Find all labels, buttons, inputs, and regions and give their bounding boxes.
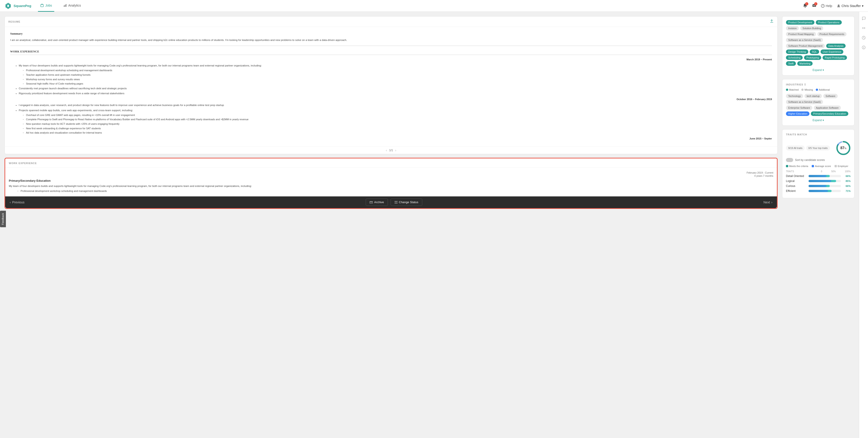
- industry-tag: Higher Education: [786, 112, 809, 116]
- svg-rect-14: [396, 201, 397, 202]
- skill-tag: Solution Building: [800, 26, 823, 31]
- svg-rect-4: [64, 5, 64, 7]
- messages-button[interactable]: !: [812, 3, 816, 8]
- list-item: Complete Phonegap to Swift and Phonegap …: [26, 118, 772, 122]
- archive-label: Archive: [374, 200, 384, 204]
- work-exp-company: Primary/Secondary Education: [9, 179, 773, 182]
- trait-percentage: 66%: [843, 175, 850, 178]
- traits-table-header: TRAITS 0 50% 100%: [786, 170, 850, 173]
- change-status-button[interactable]: Change Status: [391, 198, 422, 206]
- skill-tag: Software as a Service (SaaS): [786, 38, 823, 42]
- right-panel: Product DevelopmentProduct OperationsInv…: [782, 16, 855, 434]
- sidebar-right: [859, 12, 868, 438]
- notification-badge: !: [805, 2, 808, 5]
- resume-content: Summary I am an analytical, collaborativ…: [5, 27, 777, 147]
- jobs-icon: [40, 4, 44, 7]
- work-experience-card: WORK EXPERIENCE February 2019 - Current …: [4, 158, 778, 209]
- list-item: New question markup tools for ACT studen…: [26, 122, 772, 126]
- share-icon[interactable]: [862, 26, 866, 31]
- upload-icon[interactable]: [770, 19, 774, 24]
- action-bar: ‹ Previous Archive Change Status: [5, 196, 777, 208]
- all-traits-tab[interactable]: 9/19 All traits: [786, 146, 805, 151]
- trait-bar: [809, 180, 841, 182]
- trait-bar: [809, 185, 841, 187]
- trait-row: Efficient 71%: [786, 189, 850, 193]
- next-button[interactable]: Next ›: [764, 200, 772, 204]
- trait-label: Curious: [786, 184, 809, 188]
- industries-heading: INDUSTRIES ℹ: [786, 83, 850, 86]
- job1-sub-bullets: Professional development workshop schedu…: [18, 68, 772, 86]
- list-item: Rigorously prioritized feature developme…: [19, 91, 772, 95]
- resume-work-heading: Work Experience: [10, 50, 772, 55]
- job2-sub-bullets: Overhaul of core GRE and GMAT web app pa…: [18, 113, 772, 135]
- job3-date-partial: June 2015 – Septer: [10, 137, 772, 141]
- skill-tag: Product Development: [786, 20, 814, 25]
- top-traits-tab[interactable]: 0/5 Your top traits: [806, 146, 830, 151]
- work-exp-date: February 2019 - Current: [9, 171, 773, 174]
- info-icon[interactable]: [862, 45, 866, 51]
- trait-row: Logical 85%: [786, 180, 850, 183]
- main-content: RESUME Summary I am an analytical, colla…: [0, 12, 859, 438]
- industries-expand-button[interactable]: Expand ▾: [786, 119, 850, 122]
- employer-sq: [835, 165, 837, 167]
- nav-jobs[interactable]: Jobs: [38, 0, 54, 12]
- chevron-left-icon: ‹: [10, 200, 11, 204]
- work-experience-header: WORK EXPERIENCE: [5, 158, 777, 168]
- notifications-button[interactable]: !: [803, 3, 807, 8]
- job1-date: March 2019 – Present: [10, 58, 772, 62]
- chevron-down-icon: ▾: [823, 119, 824, 122]
- feedback-tab[interactable]: Feedback: [0, 211, 6, 227]
- list-item: Seasonal high-traffic Hour of Code marke…: [26, 82, 772, 86]
- svg-point-7: [805, 7, 806, 8]
- list-item: New first week onboarding & challenge ex…: [26, 127, 772, 131]
- user-menu[interactable]: Chris Stauffer ▾: [837, 4, 864, 8]
- nav-analytics[interactable]: Analytics: [61, 0, 83, 12]
- next-label: Next: [764, 200, 770, 204]
- list-item: Professional development workshop schedu…: [26, 68, 772, 72]
- help-button[interactable]: ? Help: [821, 4, 832, 8]
- change-status-label: Change Status: [399, 200, 418, 204]
- logo[interactable]: SquarePeg: [4, 2, 31, 9]
- industries-tags: Technologytech startupSoftwareSoftware a…: [786, 94, 850, 116]
- work-experience-content: February 2019 - Current 4 years 7 months…: [5, 168, 777, 196]
- help-label: Help: [826, 4, 832, 8]
- work-exp-description: My team of four developers builds and su…: [9, 184, 773, 188]
- list-item: Ad hoc data analysis and visualization c…: [26, 131, 772, 135]
- work-experience-title: WORK EXPERIENCE: [9, 162, 37, 164]
- nav-right: ! ! ? Help Chris Stauffer ▾: [803, 3, 864, 8]
- svg-rect-3: [41, 4, 43, 7]
- action-center-buttons: Archive Change Status: [366, 198, 422, 206]
- resume-summary-text: I am an analytical, collaborative, and u…: [10, 38, 772, 46]
- resume-pagination: ‹ 1/1 ›: [5, 147, 777, 154]
- industry-tag: Application Software: [814, 105, 841, 110]
- industry-tag: Software as a Service (SaaS): [786, 100, 823, 104]
- legend-additional: Additional: [816, 88, 830, 91]
- left-panel: RESUME Summary I am an analytical, colla…: [4, 16, 778, 434]
- list-item: My team of four developers builds and su…: [19, 63, 772, 68]
- chevron-down-icon: ▾: [823, 68, 824, 72]
- next-page-button[interactable]: ›: [395, 149, 396, 152]
- traits-rows: Detail Oriented 66% Logical 85% Curious …: [786, 175, 850, 193]
- clock-icon[interactable]: [862, 36, 866, 41]
- legend-avg: Average score: [812, 165, 831, 167]
- expand-label: Expand: [813, 119, 822, 122]
- comment-icon[interactable]: [862, 16, 866, 22]
- prev-page-button[interactable]: ‹: [386, 149, 387, 152]
- skills-expand-button[interactable]: Expand ▾: [786, 68, 850, 72]
- previous-label: Previous: [12, 200, 24, 204]
- page-layout: RESUME Summary I am an analytical, colla…: [0, 12, 868, 438]
- trait-bar: [809, 190, 841, 192]
- avg-sq: [812, 165, 814, 167]
- previous-button[interactable]: ‹ Previous: [10, 200, 24, 204]
- skill-tag: Software Product Management: [786, 43, 825, 48]
- skill-tag: Invision: [786, 26, 799, 31]
- skill-tag: Prototyping: [804, 55, 821, 60]
- svg-text:?: ?: [822, 5, 824, 7]
- page-indicator: 1/1: [389, 149, 393, 152]
- help-icon: ?: [821, 4, 825, 8]
- legend-matched: Matched: [786, 88, 799, 91]
- sort-toggle-switch[interactable]: [786, 158, 793, 162]
- archive-button[interactable]: Archive: [366, 198, 388, 206]
- traits-tabs: 9/19 All traits 0/5 Your top traits: [786, 146, 830, 151]
- trait-percentage: 66%: [843, 185, 850, 187]
